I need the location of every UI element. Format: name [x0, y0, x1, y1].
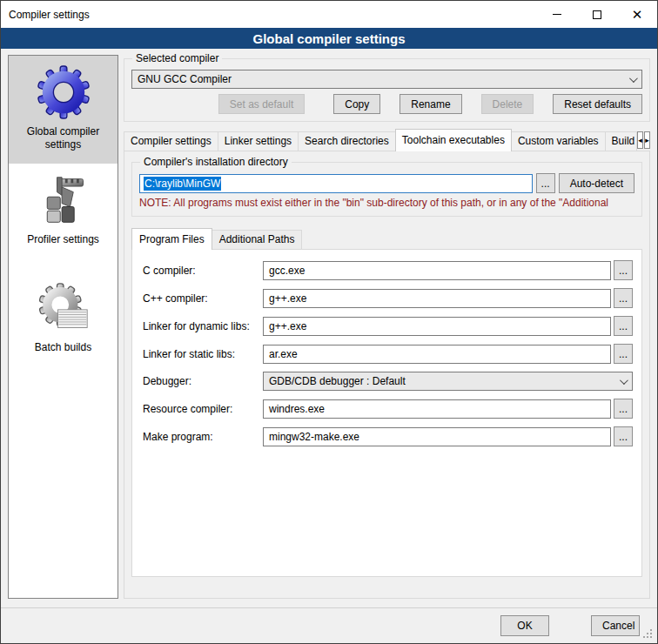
maximize-icon: [593, 10, 601, 19]
cpp-compiler-label: C++ compiler:: [143, 292, 263, 305]
selected-compiler-group: Selected compiler GNU GCC Compiler Set a…: [124, 58, 650, 122]
dialog-footer: OK Cancel: [1, 607, 657, 643]
gray-gear-stack-icon: [36, 280, 91, 336]
auto-detect-button[interactable]: Auto-detect: [559, 173, 634, 193]
installation-directory-group: Compiler's installation directory C:\ray…: [131, 162, 642, 217]
c-compiler-input[interactable]: gcc.exe: [263, 261, 611, 280]
blue-gear-icon: [36, 64, 91, 120]
minimize-icon: [553, 14, 561, 15]
compiler-actions: Set as default Copy Rename Delete Reset …: [131, 94, 642, 114]
installation-directory-row: C:\raylib\MinGW ... Auto-detect: [139, 173, 634, 193]
arrow-right-icon: ▸: [645, 137, 649, 144]
installation-directory-input[interactable]: C:\raylib\MinGW: [139, 174, 533, 193]
c-compiler-row: C compiler: gcc.exe ...: [143, 260, 633, 280]
settings-category-list: Global compiler settings: [8, 55, 118, 599]
selected-compiler-value: GNU GCC Compiler: [138, 73, 232, 85]
program-files-page: C compiler: gcc.exe ... C++ compiler: g+…: [131, 249, 642, 577]
resource-compiler-input[interactable]: windres.exe: [263, 399, 611, 419]
dynamic-linker-browse-button[interactable]: ...: [614, 316, 633, 336]
selected-compiler-group-label: Selected compiler: [132, 52, 222, 64]
make-program-browse-button[interactable]: ...: [614, 426, 633, 446]
sidebar-item-label: Global compiler settings: [17, 125, 110, 151]
minimize-button[interactable]: [537, 1, 577, 28]
tab-custom-variables[interactable]: Custom variables: [511, 131, 606, 151]
subtab-additional-paths[interactable]: Additional Paths: [212, 230, 303, 249]
arrow-left-icon: ◂: [638, 137, 642, 144]
sidebar-item-label: Profiler settings: [17, 233, 110, 246]
title-bar: Compiler settings ✕: [1, 1, 657, 28]
compiler-settings-dialog: Compiler settings ✕ Global compiler sett…: [0, 0, 658, 644]
ok-button[interactable]: OK: [500, 615, 549, 636]
copy-button[interactable]: Copy: [333, 94, 380, 114]
resource-compiler-browse-button[interactable]: ...: [614, 399, 633, 419]
debugger-row: Debugger: GDB/CDB debugger : Default: [143, 372, 633, 391]
installation-directory-browse-button[interactable]: ...: [536, 173, 555, 193]
cpp-compiler-input[interactable]: g++.exe: [263, 289, 611, 308]
selected-compiler-dropdown[interactable]: GNU GCC Compiler: [131, 70, 642, 89]
delete-button[interactable]: Delete: [481, 94, 534, 114]
program-files-tab-bar: Program Files Additional Paths: [131, 227, 642, 249]
caliper-blocks-icon: [36, 172, 91, 228]
set-as-default-button[interactable]: Set as default: [218, 94, 305, 114]
static-linker-browse-button[interactable]: ...: [614, 344, 633, 364]
sidebar-item-profiler-settings[interactable]: Profiler settings: [9, 164, 118, 272]
tab-toolchain-executables[interactable]: Toolchain executables: [395, 129, 512, 151]
dynamic-linker-row: Linker for dynamic libs: g++.exe ...: [143, 316, 633, 336]
resource-compiler-row: Resource compiler: windres.exe ...: [143, 399, 633, 419]
toolchain-executables-page: Compiler's installation directory C:\ray…: [124, 151, 650, 599]
reset-defaults-button[interactable]: Reset defaults: [553, 94, 642, 114]
chevron-down-icon: [620, 376, 628, 385]
tab-scroll-right-button[interactable]: ▸: [644, 131, 650, 149]
make-program-label: Make program:: [143, 431, 263, 443]
chevron-down-icon: [629, 74, 638, 83]
page-title: Global compiler settings: [1, 28, 657, 49]
resize-grip[interactable]: [643, 629, 654, 640]
static-linker-label: Linker for static libs:: [143, 348, 263, 360]
cancel-button[interactable]: Cancel: [591, 615, 640, 636]
tab-linker-settings[interactable]: Linker settings: [218, 131, 299, 151]
tab-scroll-left-button[interactable]: ◂: [637, 131, 643, 149]
dynamic-linker-input[interactable]: g++.exe: [263, 317, 611, 336]
cpp-compiler-browse-button[interactable]: ...: [614, 288, 633, 308]
dialog-content: Global compiler settings: [1, 49, 657, 607]
c-compiler-label: C compiler:: [143, 265, 263, 277]
close-button[interactable]: ✕: [617, 1, 657, 28]
sidebar-item-label: Batch builds: [17, 341, 110, 354]
tab-build-options[interactable]: Build options: [605, 131, 637, 151]
debugger-label: Debugger:: [143, 375, 263, 387]
sidebar-item-global-compiler-settings[interactable]: Global compiler settings: [9, 56, 118, 164]
installation-directory-group-label: Compiler's installation directory: [140, 156, 292, 168]
c-compiler-browse-button[interactable]: ...: [614, 260, 633, 280]
settings-tab-bar: Compiler settings Linker settings Search…: [124, 130, 650, 151]
subtab-program-files[interactable]: Program Files: [131, 228, 212, 250]
resource-compiler-label: Resource compiler:: [143, 403, 263, 415]
debugger-dropdown[interactable]: GDB/CDB debugger : Default: [263, 372, 633, 391]
program-files-notebook: Program Files Additional Paths C compile…: [131, 227, 642, 577]
make-program-input[interactable]: mingw32-make.exe: [263, 427, 611, 446]
tab-search-directories[interactable]: Search directories: [298, 131, 396, 151]
main-panel: Selected compiler GNU GCC Compiler Set a…: [124, 55, 650, 599]
static-linker-row: Linker for static libs: ar.exe ...: [143, 344, 633, 364]
rename-button[interactable]: Rename: [400, 94, 461, 114]
close-icon: ✕: [632, 8, 643, 21]
static-linker-input[interactable]: ar.exe: [263, 345, 611, 364]
debugger-value: GDB/CDB debugger : Default: [269, 375, 406, 387]
make-program-row: Make program: mingw32-make.exe ...: [143, 426, 633, 446]
maximize-button[interactable]: [577, 1, 617, 28]
installation-note: NOTE: All programs must exist either in …: [139, 197, 634, 209]
sidebar-item-batch-builds[interactable]: Batch builds: [9, 272, 118, 379]
tab-compiler-settings[interactable]: Compiler settings: [124, 131, 218, 151]
installation-directory-selected-text: C:\raylib\MinGW: [144, 177, 221, 191]
cpp-compiler-row: C++ compiler: g++.exe ...: [143, 288, 633, 308]
dynamic-linker-label: Linker for dynamic libs:: [143, 320, 263, 332]
window-title: Compiler settings: [1, 9, 90, 21]
